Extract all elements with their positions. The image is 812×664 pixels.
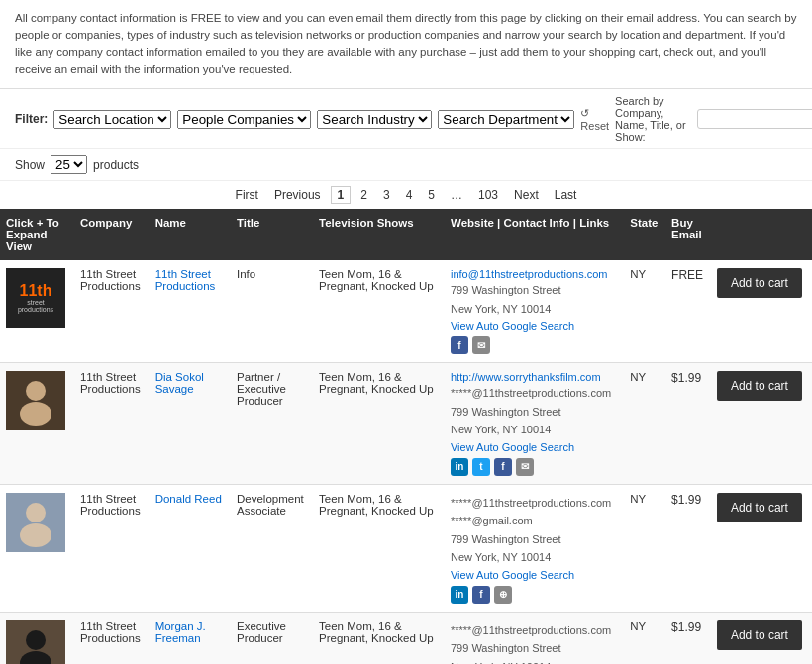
row-photo-cell [0,363,74,485]
pagination-4[interactable]: 4 [400,186,419,204]
person-photo [6,493,65,552]
row-contact: info@11thstreetproductions.com 799 Washi… [445,260,624,363]
pagination-last-num[interactable]: 103 [472,186,504,204]
web-icon[interactable]: ⊕ [494,586,512,604]
svg-point-4 [26,630,46,650]
row-contact: *****@11thstreetproductions.com *****@gm… [445,484,624,612]
show-label: Show [15,158,45,172]
row-company: 11th StreetProductions [74,260,150,363]
pagination-previous[interactable]: Previous [268,186,327,204]
twitter-icon[interactable]: t [472,458,490,476]
pagination-last[interactable]: Last [549,186,583,204]
table-row: 11th StreetProductions Donald Reed Devel… [0,484,812,612]
row-shows: Teen Mom, 16 &Pregnant, Knocked Up [313,363,445,485]
row-title: DevelopmentAssociate [231,484,313,612]
row-shows: Teen Mom, 16 &Pregnant, Knocked Up [313,484,445,612]
add-to-cart-button[interactable]: Add to cart [717,493,802,522]
location-filter[interactable]: Search Location [53,110,171,129]
row-cart-cell: Add to cart [711,260,812,363]
svg-point-5 [20,651,51,665]
pagination-bar: First Previous 1 2 3 4 5 … 103 Next Last [0,181,812,209]
google-search-link[interactable]: View Auto Google Search [451,320,618,332]
people-companies-filter[interactable]: People Companies [177,110,311,129]
col-buy: BuyEmail [665,209,711,260]
person-photo [6,620,65,665]
row-state: NY [624,363,665,485]
google-search-link[interactable]: View Auto Google Search [451,441,618,453]
row-cart-cell: Add to cart [711,484,812,612]
row-photo-cell [0,484,74,612]
col-shows: Television Shows [313,209,445,260]
row-company: 11th StreetProductions [74,612,150,664]
reset-link[interactable]: ↺ Reset [580,107,609,132]
facebook-icon[interactable]: f [472,586,490,604]
row-cart-cell: Add to cart [711,612,812,664]
add-to-cart-button[interactable]: Add to cart [717,371,802,401]
row-title: Info [231,260,313,363]
row-title: Partner /ExecutiveProducer [231,363,313,485]
top-description: All company contact information is FREE … [0,0,812,89]
row-shows: Teen Mom, 16 &Pregnant, Knocked Up [313,612,445,664]
row-name: Dia SokolSavage [150,363,231,485]
search-input[interactable] [697,109,812,129]
col-title: Title [231,209,313,260]
show-count-select[interactable]: 25 [51,155,87,174]
linkedin-icon[interactable]: in [451,458,468,476]
col-name: Name [150,209,231,260]
person-photo [6,371,65,430]
row-photo-cell [0,612,74,664]
svg-point-2 [26,503,46,522]
name-link[interactable]: Donald Reed [155,493,222,505]
row-shows: Teen Mom, 16 &Pregnant, Knocked Up [313,260,445,363]
pagination-2[interactable]: 2 [355,186,373,204]
row-company: 11th StreetProductions [74,363,150,485]
name-link[interactable]: Dia SokolSavage [155,371,204,395]
svg-point-0 [26,381,46,401]
row-name: Donald Reed [150,484,231,612]
department-filter[interactable]: Search Department [438,110,574,129]
website-link[interactable]: http://www.sorrythanksfilm.com [451,371,601,383]
pagination-current: 1 [331,186,352,204]
pagination-ellipsis: … [445,186,468,204]
name-link[interactable]: Morgan J.Freeman [155,620,206,644]
svg-point-1 [20,402,51,426]
row-price: FREE [665,260,711,363]
table-row: 11th StreetProductions Dia SokolSavage P… [0,363,812,485]
industry-filter[interactable]: Search Industry [317,110,432,129]
email-icon[interactable]: ✉ [472,336,490,354]
facebook-icon[interactable]: f [494,458,512,476]
col-company: Company [74,209,150,260]
row-state: NY [624,260,665,363]
company-logo: 11th streetproductions [6,268,65,328]
filter-label: Filter: [15,112,48,126]
col-cart [711,209,812,260]
name-link[interactable]: 11th StreetProductions [155,268,216,292]
row-contact: *****@11thstreetproductions.com 799 Wash… [445,612,624,664]
products-label: products [93,158,139,172]
facebook-icon[interactable]: f [451,336,468,354]
pagination-3[interactable]: 3 [377,186,396,204]
row-company: 11th StreetProductions [74,484,150,612]
row-price: $1.99 [665,363,711,485]
row-price: $1.99 [665,484,711,612]
row-name: 11th StreetProductions [150,260,231,363]
pagination-5[interactable]: 5 [422,186,441,204]
row-state: NY [624,484,665,612]
pagination-first[interactable]: First [230,186,264,204]
row-name: Morgan J.Freeman [150,612,231,664]
google-search-link[interactable]: View Auto Google Search [451,569,618,581]
add-to-cart-button[interactable]: Add to cart [717,620,802,650]
email-link[interactable]: info@11thstreetproductions.com [451,268,608,280]
row-title: ExecutiveProducer [231,612,313,664]
row-price: $1.99 [665,612,711,664]
search-label: Search by Company, Name, Title, or Show: [615,95,691,142]
col-state: State [624,209,665,260]
row-state: NY [624,612,665,664]
pagination-next[interactable]: Next [508,186,545,204]
col-expand: Click + ToExpandView [0,209,74,260]
table-row: 11th streetproductions 11th StreetProduc… [0,260,812,363]
email-icon[interactable]: ✉ [516,458,534,476]
linkedin-icon[interactable]: in [451,586,468,604]
col-contact: Website | Contact Info | Links [445,209,624,260]
add-to-cart-button[interactable]: Add to cart [717,268,802,298]
